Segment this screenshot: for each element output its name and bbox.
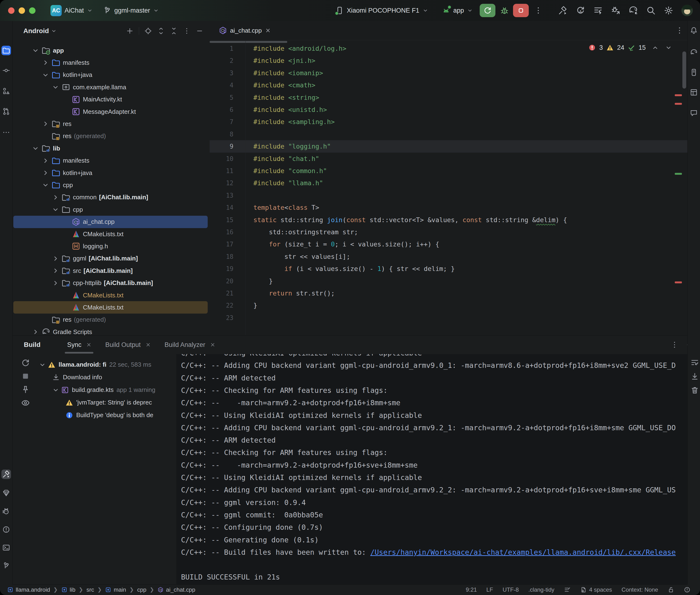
tree-item-manifests[interactable]: manifests [13,56,208,69]
line-number[interactable]: 11 [209,165,233,177]
error-stripe-mark[interactable] [675,94,682,96]
code-line-12[interactable]: 12#include "llama.h" [209,177,688,189]
prev-problem-icon[interactable] [651,44,659,51]
project-selector[interactable]: AC AiChat [51,0,93,21]
chevron-down-icon[interactable] [52,83,60,91]
chevron-right-icon[interactable] [41,157,50,165]
line-number[interactable]: 5 [209,91,233,104]
status-widget-4-spaces[interactable]: 4 spaces [580,587,612,593]
tree-item-app[interactable]: app [13,44,208,57]
tree-item-res[interactable]: res [13,118,208,130]
code-line-18[interactable]: 18 str << values[i]; [209,251,688,263]
sync-tree-item-buildtype-debug-is-both-de[interactable]: BuildType 'debug' is both de [65,409,176,421]
sync-tree-item-build-gradle-kts[interactable]: build.gradle.ktsapp 1 warning [52,384,176,396]
tree-item-res-generated[interactable]: res(generated) [13,314,208,326]
tree-item-src[interactable]: src[AiChat.lib.main] [13,264,208,277]
sync-tree-item-jvmtarget-string-is-deprec[interactable]: 'jvmTarget: String' is deprec [65,396,176,409]
project-toolbar-expand-all-icon[interactable] [157,27,165,35]
breadcrumb-cpp[interactable]: cpp [137,587,146,593]
search-everywhere-icon[interactable] [646,6,656,15]
tool-strip-more[interactable] [1,128,11,137]
branch-selector[interactable]: ggml-master [103,0,159,21]
chevron-right-icon[interactable] [41,169,50,177]
code-line-7[interactable]: 7#include <sampling.h> [209,116,688,128]
tree-item-kotlin-java[interactable]: kotlin+java [13,167,208,179]
line-number[interactable]: 20 [209,275,233,287]
tool-strip-commit[interactable] [1,66,11,75]
code-area[interactable]: 1#include <android/log.h>2#include <jni.… [209,40,688,335]
tree-item-cmakelists-txt[interactable]: CMakeLists.txt [13,301,208,314]
tool-strip-problems[interactable] [1,525,11,534]
code-line-15[interactable]: 15static std::string join(const std::vec… [209,214,688,226]
tool-strip-logcat[interactable] [1,507,11,516]
build-tab-sync[interactable]: Sync [67,336,92,354]
line-number[interactable]: 19 [209,263,233,275]
build-toolbar-stop-square-icon[interactable] [21,372,30,381]
breadcrumb-lib[interactable]: lib [61,587,76,593]
tree-item-cpp[interactable]: cpp [13,203,208,216]
build-toolbar-show-filter-icon[interactable] [21,398,30,407]
error-stripe-mark[interactable] [675,281,682,283]
status-widget-clang-tidy[interactable]: .clang-tidy [528,587,554,593]
status-widget-formatter[interactable] [564,587,571,593]
tool-strip-project[interactable] [1,46,11,55]
code-line-22[interactable]: 22} [209,299,688,312]
code-line-10[interactable]: 10#include "chat.h" [209,152,688,165]
line-number[interactable]: 14 [209,201,233,214]
line-number[interactable]: 8 [209,128,233,140]
gradle-sync-icon[interactable] [628,6,638,15]
project-view-selector[interactable]: Android [23,27,57,35]
tree-item-lib[interactable]: lib [13,142,208,154]
tree-item-com-example-llama[interactable]: com.example.llama [13,81,208,93]
chevron-down-icon[interactable] [52,386,60,394]
line-number[interactable]: 7 [209,116,233,128]
status-widget-context-none[interactable]: Context: None [622,587,658,593]
build-toolbar-rerun-sync-icon[interactable] [21,358,30,367]
tool-strip-ai-assistant[interactable] [689,108,699,118]
sync-tree-item-llama-android-fi[interactable]: llama.android: fi22 sec, 583 ms [38,358,176,371]
close-tab-icon[interactable] [264,27,271,34]
code-line-21[interactable]: 21 return str.str(); [209,287,688,300]
tree-item-manifests[interactable]: manifests [13,154,208,167]
project-toolbar-collapse-all-icon[interactable] [170,27,178,35]
line-number[interactable]: 13 [209,189,233,202]
run-config-selector[interactable]: app [442,0,473,21]
tree-item-ai-chat-cpp[interactable]: Cai_chat.cpp [13,216,208,228]
line-number[interactable]: 12 [209,177,233,189]
sync-tree-item-download-info[interactable]: Download info [52,371,176,384]
chevron-right-icon[interactable] [41,59,50,67]
line-number[interactable]: 15 [209,214,233,226]
next-problem-icon[interactable] [665,44,672,51]
code-line-23[interactable]: 23 [209,312,688,324]
chevron-down-icon[interactable] [31,47,39,55]
code-line-9[interactable]: 9#include "logging.h" [209,140,688,152]
code-line-8[interactable]: 8 [209,128,688,140]
status-widget-9-21[interactable]: 9:21 [466,587,477,593]
tree-item-logging-h[interactable]: logging.h [13,240,208,252]
tree-item-cmakelists-txt[interactable]: CMakeLists.txt [13,289,208,302]
code-line-19[interactable]: 19 if (i < values.size() - 1) { str << d… [209,263,688,275]
chevron-down-icon[interactable] [41,71,50,79]
more-run-options-icon[interactable] [534,6,542,15]
code-line-6[interactable]: 6#include <unistd.h> [209,104,688,116]
tree-item-res-generated[interactable]: res(generated) [13,130,208,142]
line-number[interactable]: 6 [209,104,233,116]
console-soft-wrap-icon[interactable] [691,358,699,367]
close-window-button[interactable] [8,7,15,14]
inspections-widget[interactable]: 3 24 15 [588,44,672,51]
device-selector[interactable]: Xiaomi POCOPHONE F1 [335,0,428,21]
console-file-link[interactable]: /Users/hanyin/Workspace/ai-chat/examples… [370,548,676,557]
profiler-icon[interactable] [593,6,603,15]
tool-strip-terminal[interactable] [1,543,11,552]
line-number[interactable]: 23 [209,312,233,324]
status-widget-lf[interactable]: LF [486,587,493,593]
tree-item-cpp-httplib[interactable]: cpp-httplib[AiChat.lib.main] [13,277,208,289]
status-widget-utf-8[interactable]: UTF-8 [503,587,519,593]
apply-changes-icon[interactable]: A [576,6,585,15]
minimize-window-button[interactable] [19,7,25,14]
line-number[interactable]: 1 [209,42,233,55]
tree-item-messageadapter-kt[interactable]: MessageAdapter.kt [13,106,208,118]
line-number[interactable]: 10 [209,152,233,165]
project-toolbar-add-icon[interactable] [126,27,134,35]
code-line-2[interactable]: 2#include <jni.h> [209,55,688,67]
